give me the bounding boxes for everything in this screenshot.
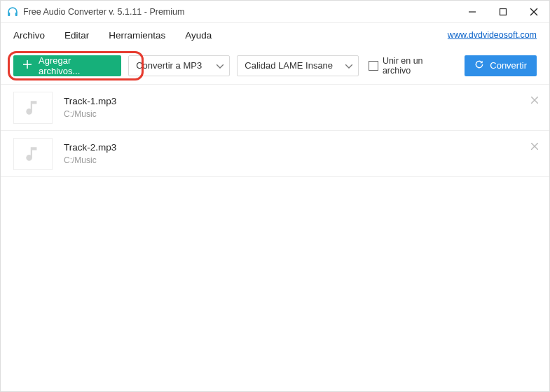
refresh-icon bbox=[474, 59, 484, 71]
track-name: Track-2.mp3 bbox=[64, 142, 116, 153]
menu-editar[interactable]: Editar bbox=[64, 30, 89, 41]
track-path: C:/Music bbox=[64, 109, 116, 119]
svg-rect-3 bbox=[500, 8, 507, 15]
close-button[interactable] bbox=[518, 1, 549, 23]
toolbar: Agregar archivos... Convertir a MP3 Cali… bbox=[1, 47, 549, 85]
minimize-button[interactable] bbox=[457, 1, 488, 23]
join-files-label: Unir en un archivo bbox=[383, 56, 451, 76]
list-item[interactable]: Track-1.mp3 C:/Music bbox=[1, 85, 549, 131]
quality-selected: Calidad LAME Insane bbox=[245, 60, 333, 71]
list-item[interactable]: Track-2.mp3 C:/Music bbox=[1, 131, 549, 177]
chevron-down-icon bbox=[216, 60, 224, 71]
convert-label: Convertir bbox=[490, 60, 527, 71]
add-files-button[interactable]: Agregar archivos... bbox=[13, 55, 121, 76]
format-dropdown[interactable]: Convertir a MP3 bbox=[128, 55, 230, 76]
track-list: Track-1.mp3 C:/Music Track-2.mp3 C:/Musi… bbox=[1, 85, 549, 391]
menu-bar: Archivo Editar Herramientas Ayuda www.dv… bbox=[1, 23, 549, 47]
app-icon bbox=[6, 6, 19, 18]
title-bar: Free Audio Converter v. 5.1.11 - Premium bbox=[1, 1, 549, 23]
remove-track-button[interactable] bbox=[531, 94, 538, 106]
svg-rect-0 bbox=[8, 12, 10, 15]
format-selected: Convertir a MP3 bbox=[136, 60, 202, 71]
track-name: Track-1.mp3 bbox=[64, 96, 116, 106]
menu-herramientas[interactable]: Herramientas bbox=[109, 30, 165, 41]
join-files-checkbox[interactable]: Unir en un archivo bbox=[369, 56, 451, 76]
maximize-button[interactable] bbox=[488, 1, 518, 23]
quality-dropdown[interactable]: Calidad LAME Insane bbox=[237, 55, 359, 76]
menu-archivo[interactable]: Archivo bbox=[13, 30, 45, 41]
svg-rect-1 bbox=[15, 12, 18, 15]
track-path: C:/Music bbox=[64, 155, 116, 165]
plus-icon bbox=[23, 60, 32, 71]
add-files-label: Agregar archivos... bbox=[39, 55, 111, 76]
window-title: Free Audio Converter v. 5.1.11 - Premium bbox=[23, 7, 184, 17]
audio-thumb-icon bbox=[13, 92, 53, 124]
convert-button[interactable]: Convertir bbox=[465, 55, 537, 76]
checkbox-icon bbox=[369, 61, 378, 71]
audio-thumb-icon bbox=[13, 138, 53, 170]
remove-track-button[interactable] bbox=[531, 141, 538, 152]
brand-link[interactable]: www.dvdvideosoft.com bbox=[448, 30, 537, 40]
menu-ayuda[interactable]: Ayuda bbox=[185, 30, 212, 41]
chevron-down-icon bbox=[345, 60, 352, 71]
